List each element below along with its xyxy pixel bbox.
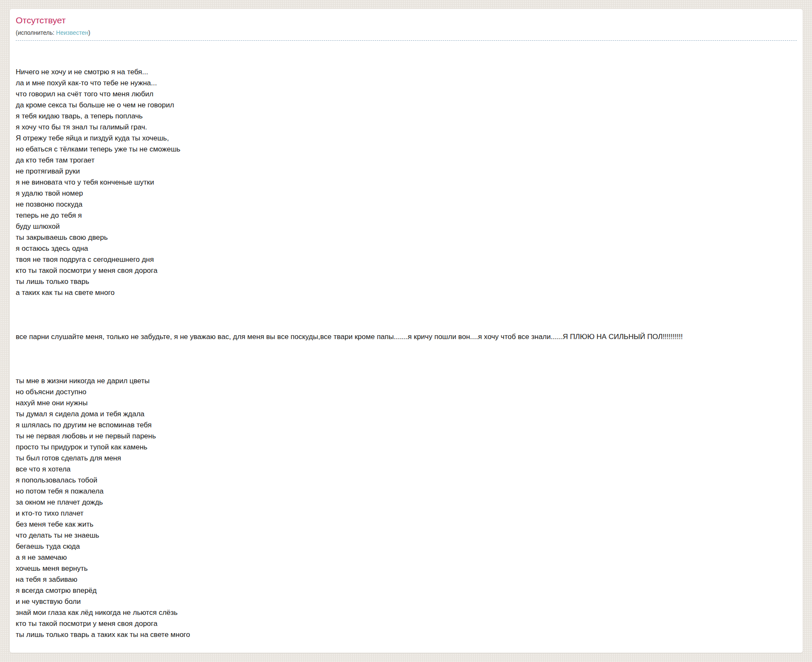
content-card: Отсутствует (исполнитель: Неизвестен) Ни… (9, 8, 803, 653)
lyrics-verse-1: Ничего не хочу и не смотрю я на тебя... … (16, 67, 797, 298)
artist-suffix: ) (88, 29, 90, 36)
artist-line: (исполнитель: Неизвестен) (16, 29, 797, 41)
artist-label: (исполнитель: (16, 29, 56, 36)
lyrics-text: Ничего не хочу и не смотрю я на тебя... … (16, 45, 797, 653)
page-title: Отсутствует (16, 15, 797, 26)
lyrics-verse-2: ты мне в жизни никогда не дарил цветы но… (16, 376, 797, 640)
lyrics-chorus-1: все парни слушайте меня, только не забуд… (16, 331, 797, 342)
artist-link[interactable]: Неизвестен (56, 29, 88, 36)
